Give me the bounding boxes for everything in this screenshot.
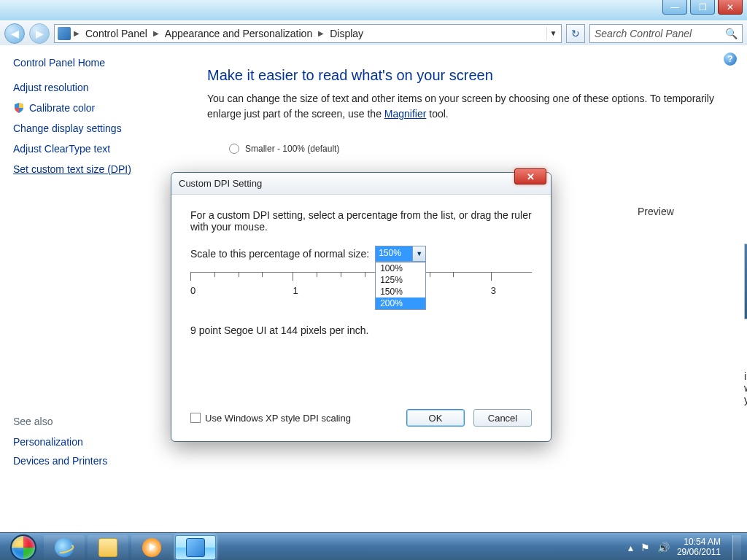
- scale-label: Scale to this percentage of normal size:: [190, 248, 369, 260]
- scale-option-125[interactable]: 125%: [376, 274, 425, 286]
- xp-scaling-label: Use Windows XP style DPI scaling: [205, 413, 351, 424]
- preview-header: Preview: [638, 206, 674, 217]
- see-also-header: See also: [13, 416, 177, 427]
- taskbar-ie[interactable]: [44, 535, 85, 560]
- address-bar[interactable]: ▶ Control Panel ▶ Appearance and Persona…: [54, 24, 562, 43]
- breadcrumb-display[interactable]: Display: [327, 28, 366, 39]
- dpi-ruler[interactable]: 0 1 3: [190, 272, 532, 307]
- search-placeholder: Search Control Panel: [595, 28, 692, 39]
- close-button[interactable]: ✕: [718, 0, 743, 15]
- ruler-label-0: 0: [190, 285, 196, 296]
- scale-combobox[interactable]: 150% ▼ 100% 125% 150% 200%: [375, 246, 426, 262]
- media-player-icon: [142, 538, 161, 557]
- checkbox-icon: [190, 413, 201, 423]
- minimize-button[interactable]: —: [662, 0, 687, 15]
- chevron-right-icon[interactable]: ▶: [318, 29, 324, 37]
- xp-scaling-checkbox[interactable]: Use Windows XP style DPI scaling: [190, 413, 351, 424]
- search-input[interactable]: Search Control Panel 🔍: [589, 24, 743, 43]
- tray-chevron-icon[interactable]: ▴: [628, 542, 633, 553]
- folder-icon: [98, 538, 117, 557]
- windows-orb-icon: [10, 534, 36, 561]
- taskbar-media-player[interactable]: [131, 535, 172, 560]
- seealso-personalization[interactable]: Personalization: [13, 436, 177, 448]
- cancel-button[interactable]: Cancel: [473, 409, 532, 427]
- ruler-label-3: 3: [491, 285, 496, 296]
- scale-combobox-list: 100% 125% 150% 200%: [375, 262, 426, 310]
- shield-icon: [13, 102, 25, 114]
- tray-action-center-icon[interactable]: ⚑: [640, 542, 650, 553]
- chevron-down-icon[interactable]: ▼: [412, 246, 425, 261]
- seealso-devices-printers[interactable]: Devices and Printers: [13, 455, 177, 467]
- taskbar-explorer[interactable]: [88, 535, 128, 560]
- help-icon[interactable]: ?: [724, 52, 737, 66]
- ppi-readout: 9 point Segoe UI at 144 pixels per inch.: [190, 324, 532, 336]
- maximize-button[interactable]: ❐: [690, 0, 715, 15]
- dialog-title: Custom DPI Setting: [171, 173, 551, 195]
- magnifier-link[interactable]: Magnifier: [384, 108, 427, 120]
- taskbar: ▴ ⚑ 🔊 10:54 AM 29/06/2011: [0, 532, 747, 560]
- window-titlebar: — ❐ ✕: [0, 0, 747, 20]
- search-icon[interactable]: 🔍: [725, 28, 738, 39]
- control-panel-icon: [186, 538, 205, 557]
- ruler-label-1: 1: [293, 285, 298, 296]
- scale-option-200[interactable]: 200%: [376, 298, 425, 309]
- page-description: You can change the size of text and othe…: [207, 91, 729, 122]
- explorer-nav: ◀ ▶ ▶ Control Panel ▶ Appearance and Per…: [0, 20, 747, 45]
- chevron-right-icon[interactable]: ▶: [74, 29, 80, 37]
- scale-combobox-value: 150%: [376, 246, 412, 261]
- sidebar: Control Panel Home Adjust resolution Cal…: [0, 45, 190, 532]
- ie-icon: [55, 538, 74, 557]
- sidebar-link-set-custom-dpi[interactable]: Set custom text size (DPI): [13, 163, 177, 175]
- scale-option-100[interactable]: 100%: [376, 262, 425, 274]
- taskbar-control-panel[interactable]: [175, 535, 216, 560]
- breadcrumb-control-panel[interactable]: Control Panel: [82, 28, 150, 39]
- control-panel-home-link[interactable]: Control Panel Home: [13, 57, 177, 69]
- forward-button[interactable]: ▶: [29, 23, 50, 44]
- sidebar-link-calibrate-color[interactable]: Calibrate color: [13, 102, 177, 114]
- sidebar-link-adjust-resolution[interactable]: Adjust resolution: [13, 82, 177, 93]
- chevron-right-icon[interactable]: ▶: [153, 29, 159, 37]
- start-button[interactable]: [6, 534, 41, 561]
- back-button[interactable]: ◀: [4, 23, 25, 44]
- hint-text-fragment: ing while your: [744, 370, 747, 405]
- scale-option-150[interactable]: 150%: [376, 286, 425, 298]
- radio-smaller-100[interactable]: [229, 144, 239, 154]
- clock-date: 29/06/2011: [677, 548, 721, 558]
- custom-dpi-dialog: Custom DPI Setting ✕ For a custom DPI se…: [171, 172, 551, 442]
- address-drop-icon[interactable]: ▼: [546, 27, 560, 40]
- sidebar-link-adjust-cleartype[interactable]: Adjust ClearType text: [13, 143, 177, 155]
- page-title: Make it easier to read what's on your sc…: [207, 67, 729, 84]
- radio-smaller-100-label: Smaller - 100% (default): [245, 144, 339, 154]
- clock-time: 10:54 AM: [677, 537, 721, 548]
- dialog-instruction: For a custom DPI setting, select a perce…: [190, 209, 532, 233]
- refresh-button[interactable]: ↻: [566, 24, 585, 43]
- breadcrumb-appearance[interactable]: Appearance and Personalization: [162, 28, 315, 39]
- control-panel-icon: [58, 27, 71, 40]
- ok-button[interactable]: OK: [406, 409, 465, 427]
- preview-image: [744, 244, 747, 319]
- taskbar-clock[interactable]: 10:54 AM 29/06/2011: [677, 537, 721, 558]
- show-desktop-button[interactable]: [732, 535, 741, 560]
- sidebar-link-change-display-settings[interactable]: Change display settings: [13, 122, 177, 134]
- dialog-close-button[interactable]: ✕: [514, 168, 546, 184]
- tray-volume-icon[interactable]: 🔊: [657, 542, 670, 553]
